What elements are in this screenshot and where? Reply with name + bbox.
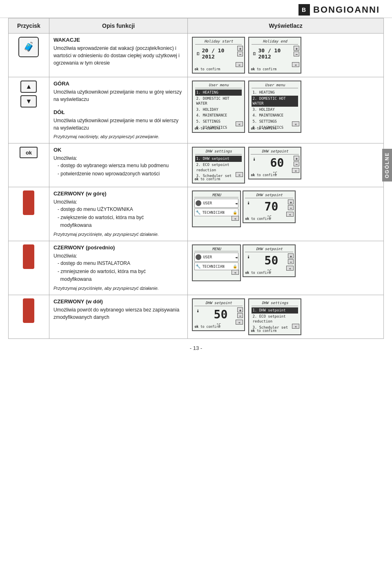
dhw2-item-1: 1. DHW setpoint [252, 307, 298, 314]
dhw-70-title: DHW setpoint [245, 193, 293, 198]
dhw-settings-title: DHW settings [195, 149, 242, 155]
plus-btn[interactable]: + [288, 253, 294, 258]
czerwony-dol-screens: DHW setpoint 🌡 50 °C + − « [192, 298, 379, 335]
dhw-setpoint-50a-screen: DHW setpoint 🌡 50 °C + − [243, 244, 296, 277]
czerwony-gora-item-1: - dostęp do menu UŻYTKOWNIKA [58, 206, 183, 213]
back-btn[interactable]: « [292, 62, 299, 67]
screen-cell-ok: DHW settings 1. DHW setpoint 2. ECO setp… [188, 143, 384, 187]
user-menu1-title: User menu [195, 83, 242, 88]
czerwony-posrednio-intro: Umożliwia: [53, 252, 183, 260]
gora-dol-screens: User menu 1. HEATING 2. DOMESTIC HOT WAT… [192, 81, 379, 133]
dol-desc: Umożliwia użytkownikowi przewijanie menu… [53, 117, 183, 132]
thermometer-icon2: 🌡 [247, 201, 251, 205]
menu-item-2: 2. DOMESTIC HOT WATER [195, 96, 242, 107]
thermometer-icon3: 🌡 [247, 255, 251, 259]
red-up-button[interactable] [23, 190, 34, 215]
minus-btn[interactable]: − [288, 259, 294, 264]
desc-cell-wakacje: WAKACJE Umożliwia wprowadzenie dat wakac… [49, 34, 187, 77]
up-button[interactable]: ▲ [20, 81, 37, 93]
btn-cell-czerwony-gora [9, 187, 49, 241]
back-btn[interactable]: « [292, 121, 299, 126]
lock-icon2: 🔒 [233, 264, 237, 269]
menu2-ok: ok to confirm [251, 127, 276, 130]
wrench-icon: 🔧 [196, 210, 200, 215]
dhw2-item-2: 2. ECO setpoint reduction [252, 314, 298, 325]
dhw-setpoint-70-screen: DHW setpoint 🌡 70 °C + − [243, 190, 296, 223]
czerwony-gora-list: - dostęp do menu UŻYTKOWNIKA - zwiększen… [58, 206, 183, 229]
content-wrapper: OGÓLNE Przycisk Opis funkcji Wyświetlacz… [0, 18, 392, 365]
row-wakacje: 🧳 WAKACJE Umożliwia wprowadzenie dat wak… [9, 34, 384, 77]
plus-btn[interactable]: + [288, 199, 294, 204]
dhw-settings2-ok: ok to confirm [251, 329, 276, 333]
wakacje-desc: Umożliwia wprowadzenie dat wakacji (pocz… [53, 45, 183, 67]
minus-btn[interactable]: − [294, 161, 299, 166]
user-menu-screen1: User menu 1. HEATING 2. DOMESTIC HOT WAT… [192, 81, 245, 133]
thermometer-icon4: 🌡 [196, 309, 200, 313]
menu1-ok: ok to confirm [194, 127, 220, 130]
menu-user-tech-screen1: MENU USER ◄ 🔧 TECHNICIAN 🔒 [192, 190, 241, 227]
dhw-70-ok: ok to confirm [245, 217, 271, 221]
screen-cell-czerwony-posrednio: MENU USER ◄ 🔧 TECHNICIAN 🔒 [188, 241, 384, 295]
czerwony-gora-note: Przytrzymaj przyciśnięte, aby przyspiesz… [53, 231, 183, 237]
row-czerwony-posrednio: CZERWONY (pośrednio) Umożliwia: - dostęp… [9, 241, 384, 295]
back-btn[interactable]: « [236, 172, 243, 177]
tech-label2: TECHNICIAN [202, 264, 224, 269]
menu-screen1-title: MENU [194, 193, 238, 197]
screen-cell-czerwony-dol: DHW setpoint 🌡 50 °C + − « [188, 295, 384, 339]
czerwony-posrednio-title: CZERWONY (pośrednio) [53, 244, 183, 251]
ok-screens: DHW settings 1. DHW setpoint 2. ECO setp… [192, 147, 379, 184]
dhw-50b-ok: ok to confirm [194, 325, 220, 329]
minus-btn[interactable]: − [237, 52, 243, 56]
holiday-end-screen: Holiday end 🗓 30 / 102012 + − « [248, 37, 301, 74]
luggage-button-icon[interactable]: 🧳 [18, 37, 39, 57]
screen-cell-wakacje: Holiday start 🗓 20 / 102012 + − « [188, 34, 384, 77]
page-number: - 13 - [8, 339, 384, 357]
back-btn[interactable]: « [232, 216, 239, 221]
menu2-item-4: 4. MAINTENANCE [252, 112, 298, 119]
czerwony-posrednio-note: Przytrzymaj przyciśnięte, aby przyspiesz… [53, 285, 183, 291]
back-btn[interactable]: « [286, 212, 294, 217]
holiday-start-controls: + − [237, 46, 243, 56]
red-down-button[interactable] [23, 298, 34, 323]
wakacje-title: WAKACJE [53, 37, 183, 43]
dhw-settings-screen2: DHW settings 1. DHW setpoint 2. ECO setp… [248, 298, 301, 335]
side-tab: OGÓLNE [382, 149, 392, 181]
back-btn[interactable]: « [286, 266, 294, 271]
plus-btn[interactable]: + [294, 46, 299, 51]
dhw-50a-ok: ok to confirm [245, 271, 271, 275]
gora-desc: Umożliwia użytkownikowi przewijanie menu… [53, 88, 183, 103]
dhw-value-60: 60 [266, 156, 284, 170]
plus-btn[interactable]: + [294, 156, 299, 161]
czerwony-gora-item-2: - zwiększenie do wartości, która ma być … [58, 214, 183, 229]
plus-btn[interactable]: + [237, 307, 243, 312]
menu-user-row2: USER ◄ [194, 253, 238, 262]
down-button[interactable]: ▼ [20, 95, 37, 108]
user-arrow: ◄ [235, 201, 237, 206]
back-btn[interactable]: « [236, 62, 243, 67]
btn-cell-czerwony-dol [9, 295, 49, 339]
holiday-start-screen: Holiday start 🗓 20 / 102012 + − « [192, 37, 245, 74]
czerwony-gora-intro: Umożliwia: [53, 198, 183, 206]
czerwony-posrednio-list: - dostęp do menu INSTALATORA - zmniejsze… [58, 260, 183, 283]
desc-cell-czerwony-posrednio: CZERWONY (pośrednio) Umożliwia: - dostęp… [49, 241, 187, 295]
back-btn[interactable]: « [292, 324, 299, 329]
holiday-start-title: Holiday start [195, 39, 242, 45]
minus-btn[interactable]: − [294, 52, 299, 56]
dhw-50a-title: DHW setpoint [245, 247, 293, 252]
ok-title: OK [53, 147, 183, 153]
ok-list-item-2: - potwierdzenie nowo wprowadzonych warto… [58, 170, 183, 178]
screen-cell-czerwony-gora: MENU USER ◄ 🔧 TECHNICIAN 🔒 [188, 187, 384, 241]
dhw-setpoint-60-screen: DHW setpoint 🌡 60 °C + − « [248, 147, 301, 179]
menu-item-5: 5. SETTINGS [195, 119, 242, 125]
back-btn[interactable]: « [236, 320, 243, 325]
ok-button[interactable]: ok [20, 147, 38, 158]
thermometer-icon: 🌡 [252, 157, 256, 161]
back-btn[interactable]: « [292, 168, 299, 173]
minus-btn[interactable]: − [288, 205, 294, 210]
back-btn[interactable]: « [236, 121, 243, 126]
red-mid-button[interactable] [23, 244, 34, 269]
plus-btn[interactable]: + [237, 46, 243, 51]
minus-btn[interactable]: − [237, 313, 243, 318]
back-btn[interactable]: « [232, 270, 239, 275]
btn-cell-gora-dol: ▲ ▼ [9, 77, 49, 143]
